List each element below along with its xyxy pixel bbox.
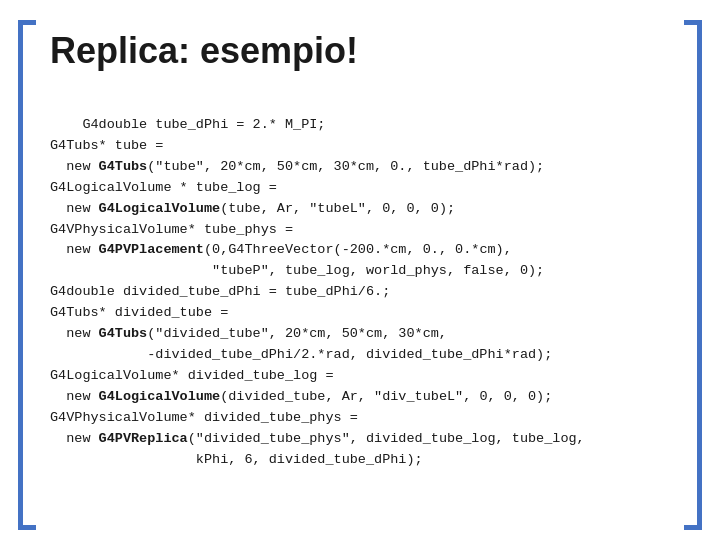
bracket-right-decoration (684, 20, 702, 530)
slide: Replica: esempio! G4double tube_dPhi = 2… (0, 0, 720, 540)
bracket-left-decoration (18, 20, 36, 530)
code-line-1: G4double tube_dPhi = 2.* M_PI; G4Tubs* t… (50, 117, 585, 467)
code-block: G4double tube_dPhi = 2.* M_PI; G4Tubs* t… (50, 94, 680, 492)
slide-title: Replica: esempio! (50, 30, 680, 72)
